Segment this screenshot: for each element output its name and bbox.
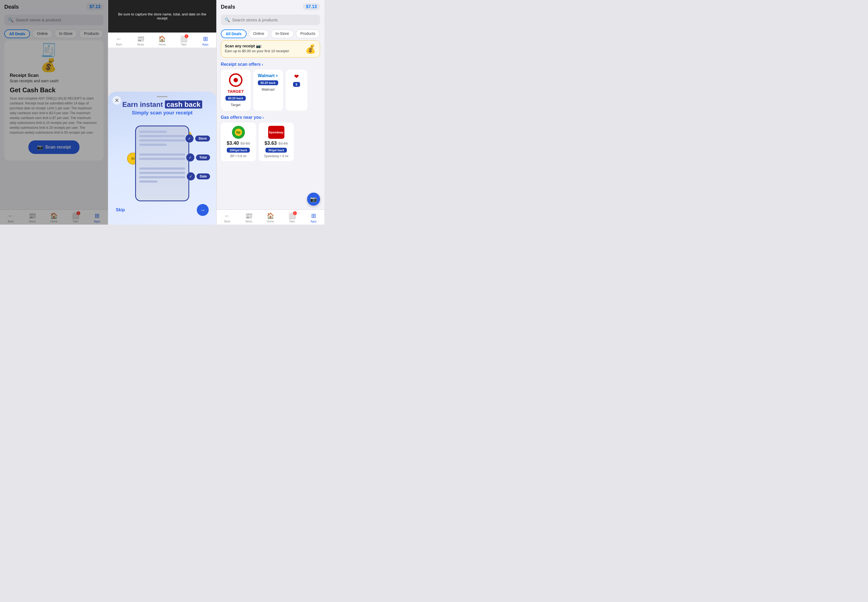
right-tab-all[interactable]: All Deals <box>221 29 246 38</box>
modal-card: ✕ Earn instant cash back Simply scan you… <box>108 92 216 224</box>
mid-tabs-badge-wrap: ⬜ 5 <box>180 35 187 43</box>
store-card-walmart[interactable]: Walmart ✳ $0.20 back Walmart <box>253 69 283 111</box>
left-bottom-nav: ← Back 📰 News 🏠 Home ⬜ 5 Tabs ⊞ Apps <box>0 209 108 224</box>
receipt-promo-card: 🧾💰 Receipt Scan Scan receipts and earn c… <box>4 40 104 160</box>
receipt-scan-section-title[interactable]: Receipt scan offers › <box>221 62 320 67</box>
phone-line-5 <box>139 154 185 155</box>
gas-label: Gas offers near you <box>221 115 262 120</box>
walmart-spark-icon: ✳ <box>275 74 279 78</box>
left-nav-home[interactable]: 🏠 Home <box>43 212 65 223</box>
left-search-bar[interactable]: 🔍 <box>4 15 104 25</box>
right-tab-products[interactable]: Products <box>296 29 320 38</box>
left-search-input[interactable] <box>16 18 100 22</box>
walmart-name: Walmart <box>262 88 275 91</box>
check-date: ✓ Date <box>187 172 210 180</box>
mid-nav-home[interactable]: 🏠 Home <box>152 35 173 46</box>
tabs-badge: 5 <box>77 211 80 215</box>
tab-all-deals[interactable]: All Deals <box>4 29 30 38</box>
left-header: Deals $7.13 <box>0 0 108 12</box>
promo-banner: Scan any receipt 📷: Earn up to $5.00 on … <box>221 40 320 58</box>
left-nav-apps[interactable]: ⊞ Apps <box>86 212 108 223</box>
camera-fab-button[interactable]: 📷 <box>307 193 320 206</box>
phone-line-10 <box>139 180 158 183</box>
store-card-cvs[interactable]: ❤ $ <box>286 69 307 111</box>
phone-line-2 <box>139 135 185 137</box>
promo-desc: Earn up to $5.00 on your first 10 receip… <box>225 49 303 54</box>
total-check-label: Total <box>196 155 210 160</box>
phone-line-6 <box>139 158 185 160</box>
mid-home-icon: 🏠 <box>158 35 166 43</box>
target-name: Target <box>231 103 240 107</box>
apps-label: Apps <box>94 220 100 223</box>
right-tabs-badge: 5 <box>293 211 297 215</box>
gas-section-title[interactable]: Gas offers near you › <box>221 115 320 120</box>
mid-apps-label: Apps <box>202 43 208 46</box>
tab-online[interactable]: Online <box>32 29 52 38</box>
right-back-icon: ← <box>224 212 230 220</box>
left-nav-back[interactable]: ← Back <box>0 212 21 223</box>
promo-title: Scan any receipt 📷: <box>225 44 303 48</box>
cvs-logo: ❤ <box>294 73 299 80</box>
gas-stations-row: bp $3.40 $3.50 10¢/gal back BP • 0.8 mi … <box>221 123 320 161</box>
gas-card-bp[interactable]: bp $3.40 $3.50 10¢/gal back BP • 0.8 mi <box>221 123 256 161</box>
next-button[interactable]: → <box>197 204 209 216</box>
right-balance: $7.13 <box>303 3 320 10</box>
receipt-subtitle: Scan receipts and earn cash! <box>10 79 59 83</box>
speedway-logo: Speedway <box>268 126 285 139</box>
tab-instore[interactable]: In-Store <box>55 29 77 38</box>
middle-panel: Be sure to capture the store name, total… <box>108 0 216 224</box>
left-content: 🧾💰 Receipt Scan Scan receipts and earn c… <box>0 40 108 209</box>
mid-nav-tabs[interactable]: ⬜ 5 Tabs <box>173 35 194 46</box>
left-nav-news[interactable]: 📰 News <box>21 212 43 223</box>
modal-close-button[interactable]: ✕ <box>112 96 121 105</box>
skip-button[interactable]: Skip <box>116 207 125 212</box>
bp-original: $3.50 <box>240 141 250 146</box>
mid-tabs-label: Tabs <box>181 43 187 46</box>
promo-image: 💰 <box>305 44 316 54</box>
phone-device: ✓ Store ✓ Total ✓ Date <box>135 126 189 201</box>
right-nav-news[interactable]: 📰 News <box>238 212 260 223</box>
speedway-original: $3.66 <box>279 141 288 146</box>
mid-back-label: Back <box>116 43 122 46</box>
store-check-icon: ✓ <box>185 134 194 143</box>
scan-button-label: Scan receipt <box>45 145 71 150</box>
modal-hero-title: Earn instant cash back <box>122 100 202 109</box>
stores-row: TARGET $0.20 back Target Walmart ✳ $0.20… <box>221 69 320 111</box>
phone-line-3 <box>139 139 185 141</box>
bp-price: $3.40 <box>227 140 239 146</box>
store-check-label: Store <box>195 135 210 141</box>
back-label: Back <box>8 220 14 223</box>
right-nav-home[interactable]: 🏠 Home <box>260 212 281 223</box>
right-search-input[interactable] <box>232 18 316 22</box>
hero-title-2: cash back <box>165 100 202 109</box>
receipt-scan-chevron: › <box>262 62 263 66</box>
bp-sun-icon: bp <box>232 126 245 139</box>
mid-nav-apps[interactable]: ⊞ Apps <box>194 35 216 46</box>
back-icon: ← <box>8 212 14 220</box>
mid-nav-back[interactable]: ← Back <box>108 35 130 46</box>
home-label: Home <box>50 220 58 223</box>
store-card-target[interactable]: TARGET $0.20 back Target <box>221 69 251 111</box>
right-tab-online[interactable]: Online <box>249 29 269 38</box>
right-header: Deals $7.13 <box>216 0 325 12</box>
phone-line-4 <box>139 144 167 146</box>
right-tabs-row: All Deals Online In-Store Products <box>216 27 325 40</box>
modal-handle <box>157 96 168 97</box>
right-bottom-nav: ← Back 📰 News 🏠 Home ⬜ 5 Tabs ⊞ Apps <box>216 209 325 224</box>
right-nav-apps[interactable]: ⊞ Apps <box>303 212 325 223</box>
mid-tabs-badge: 5 <box>185 34 188 38</box>
left-nav-tabs[interactable]: ⬜ 5 Tabs <box>65 212 87 223</box>
right-nav-tabs[interactable]: ⬜ 5 Tabs <box>281 212 303 223</box>
tab-products[interactable]: Products <box>79 29 103 38</box>
gas-card-speedway[interactable]: Speedway $3.63 $3.66 3¢/gal back Speedwa… <box>259 123 294 161</box>
phone-illustration: $3 $5 $1 ✓ Store ✓ Total <box>130 120 194 199</box>
news-icon: 📰 <box>29 212 36 220</box>
scan-receipt-button[interactable]: 📷 Scan receipt <box>28 140 80 154</box>
target-logo <box>229 73 242 87</box>
right-tab-instore[interactable]: In-Store <box>271 29 294 38</box>
mid-nav-news[interactable]: 📰 News <box>130 35 152 46</box>
phone-line-7 <box>139 167 185 170</box>
walmart-logo-wrap: Walmart ✳ <box>258 73 279 78</box>
right-nav-back[interactable]: ← Back <box>216 212 238 223</box>
right-search-bar[interactable]: 🔍 <box>221 15 320 25</box>
